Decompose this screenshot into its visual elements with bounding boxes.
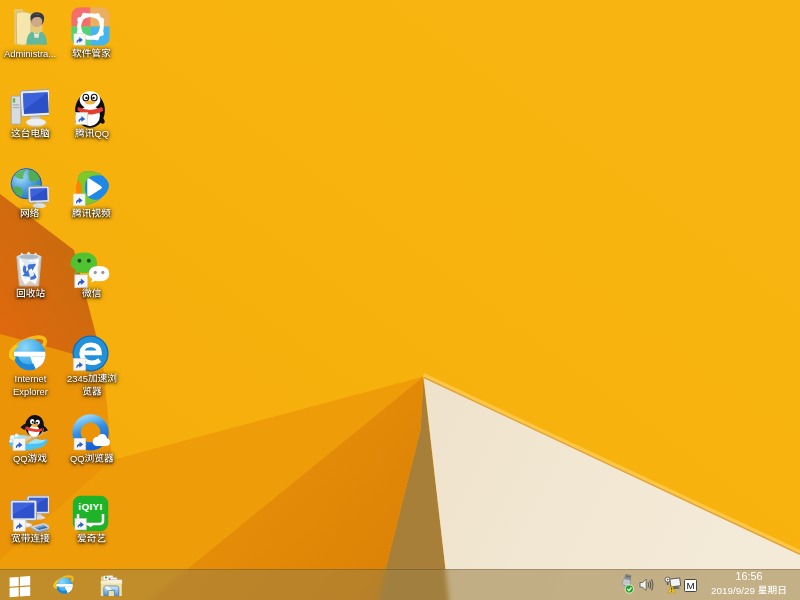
svg-text:Administra...: Administra... [4, 47, 56, 58]
svg-text:iQIYI: iQIYI [78, 501, 102, 512]
svg-text:Internet: Internet [14, 373, 46, 384]
svg-text:2019/9/29: 2019/9/29 [711, 584, 755, 595]
svg-text:M: M [686, 580, 694, 591]
svg-text:2345: 2345 [67, 373, 88, 384]
svg-text:QQ: QQ [70, 452, 85, 463]
svg-text:QQ: QQ [13, 452, 28, 463]
svg-text:Explorer: Explorer [13, 386, 48, 397]
svg-text:QQ: QQ [94, 127, 109, 138]
